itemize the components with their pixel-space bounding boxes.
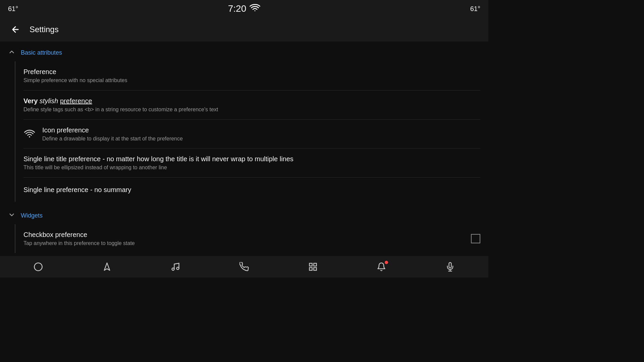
bottom-nav bbox=[0, 256, 488, 278]
icon-preference-item[interactable]: Icon preference Define a drawable to dis… bbox=[15, 120, 488, 148]
stylish-preference-text: Very stylish preference Define style tag… bbox=[23, 97, 480, 113]
single-line-title-text: Single line title preference - no matter… bbox=[23, 155, 480, 171]
icon-preference-title: Icon preference bbox=[42, 126, 480, 134]
status-center: 7:20 bbox=[228, 3, 261, 15]
svg-point-1 bbox=[29, 136, 30, 138]
nav-mic-button[interactable] bbox=[440, 259, 460, 274]
wifi-icon bbox=[23, 128, 36, 140]
chevron-down-icon[interactable] bbox=[8, 211, 15, 220]
preference-title: Preference bbox=[23, 67, 480, 76]
single-line-title-summary: This title will be ellipsized instead of… bbox=[23, 164, 480, 171]
checkbox-widget[interactable] bbox=[471, 234, 480, 243]
svg-marker-3 bbox=[104, 263, 110, 270]
nav-phone-button[interactable] bbox=[234, 259, 254, 274]
svg-rect-6 bbox=[309, 263, 312, 266]
status-temp-left: 61° bbox=[8, 5, 18, 13]
time-display: 7:20 bbox=[228, 3, 247, 14]
single-line-title: Single line title preference - no matter… bbox=[23, 155, 460, 163]
checkbox-preference-title: Checkbox preference bbox=[23, 230, 464, 239]
nav-home-button[interactable] bbox=[28, 259, 48, 274]
checkbox-preference-summary: Tap anywhere in this preference to toggl… bbox=[23, 240, 464, 247]
section-basic-attributes[interactable]: Basic attributes bbox=[0, 42, 488, 61]
chevron-up-icon[interactable] bbox=[8, 48, 15, 57]
notification-badge bbox=[385, 261, 388, 264]
checkbox[interactable] bbox=[471, 234, 480, 243]
checkbox-preference-item[interactable]: Checkbox preference Tap anywhere in this… bbox=[15, 224, 488, 253]
icon-preference-summary: Define a drawable to display it at the s… bbox=[42, 135, 480, 142]
status-temp-right: 61° bbox=[470, 5, 480, 13]
header: Settings bbox=[0, 17, 488, 42]
stylish-preference-title: Very stylish preference bbox=[23, 97, 480, 105]
svg-point-2 bbox=[35, 263, 42, 270]
status-bar: 61° 7:20 61° bbox=[0, 0, 488, 17]
signal-icon bbox=[250, 3, 260, 15]
single-line-no-summary-title: Single line preference - no summary bbox=[23, 185, 480, 194]
checkbox-preference-text: Checkbox preference Tap anywhere in this… bbox=[23, 230, 464, 247]
page-title: Settings bbox=[30, 25, 59, 34]
preference-summary: Simple preference with no special attrib… bbox=[23, 77, 480, 84]
svg-rect-8 bbox=[309, 267, 312, 270]
svg-point-0 bbox=[255, 10, 256, 11]
widgets-title: Widgets bbox=[21, 212, 43, 219]
single-line-no-summary-item[interactable]: Single line preference - no summary bbox=[15, 178, 488, 202]
svg-rect-9 bbox=[314, 267, 316, 270]
svg-point-5 bbox=[177, 267, 179, 269]
nav-grid-button[interactable] bbox=[303, 259, 323, 274]
basic-attributes-title: Basic attributes bbox=[21, 49, 62, 56]
svg-point-4 bbox=[172, 268, 174, 270]
back-button[interactable] bbox=[8, 22, 23, 37]
single-line-title-item[interactable]: Single line title preference - no matter… bbox=[15, 148, 488, 177]
stylish-preference-summary: Define style tags such as <b> in a strin… bbox=[23, 106, 480, 113]
content-area: Basic attributes Preference Simple prefe… bbox=[0, 42, 488, 256]
preference-text: Preference Simple preference with no spe… bbox=[23, 67, 480, 84]
stylish-preference-item[interactable]: Very stylish preference Define style tag… bbox=[15, 90, 488, 119]
svg-rect-7 bbox=[314, 263, 316, 266]
nav-music-button[interactable] bbox=[165, 259, 185, 274]
nav-directions-button[interactable] bbox=[97, 259, 117, 274]
single-line-no-summary-text: Single line preference - no summary bbox=[23, 185, 480, 194]
icon-preference-text: Icon preference Define a drawable to dis… bbox=[42, 126, 480, 142]
section-widgets[interactable]: Widgets bbox=[0, 204, 488, 224]
nav-notifications-button[interactable] bbox=[371, 259, 391, 274]
preference-item[interactable]: Preference Simple preference with no spe… bbox=[15, 61, 488, 90]
